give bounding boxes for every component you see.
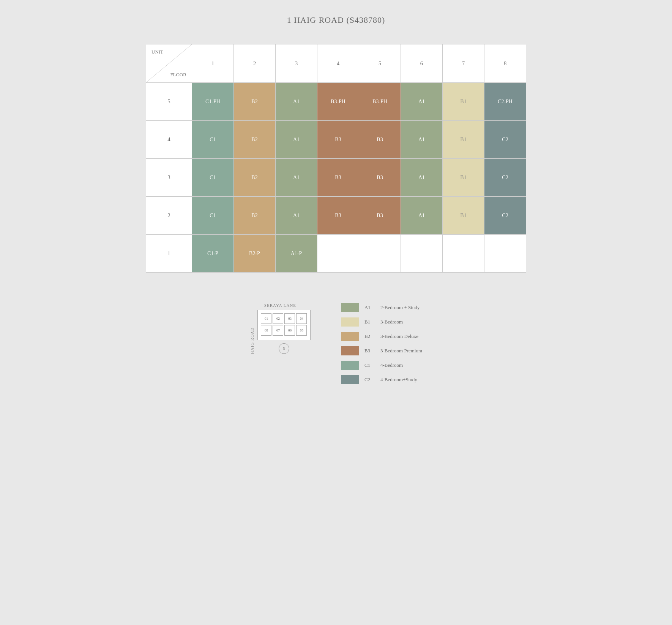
floor-label-5: 5 (146, 83, 192, 121)
unit-floor-header: UNIT FLOOR (146, 44, 192, 83)
legend-color-c2 (341, 375, 359, 384)
legend-color-b2 (341, 332, 359, 341)
cell-floor4-unit8[interactable]: C2 (484, 121, 526, 159)
cell-floor5-unit6[interactable]: A1 (401, 83, 443, 121)
col-header-3: 3 (276, 44, 317, 83)
legend-code-b3: B3 (364, 348, 375, 354)
cell-floor4-unit4[interactable]: B3 (317, 121, 359, 159)
legend-desc-c1: 4-Bedroom (380, 362, 403, 368)
legend-code-b2: B2 (364, 333, 375, 339)
floor-label: FLOOR (170, 72, 186, 78)
site-unit-07: 07 (273, 325, 283, 336)
cell-floor2-unit4[interactable]: B3 (317, 197, 359, 235)
legend-item-b1: B13-Bedroom (341, 317, 422, 327)
cell-floor1-unit3[interactable]: A1-P (276, 235, 317, 273)
cell-floor1-unit4[interactable] (317, 235, 359, 273)
legend-color-a1 (341, 303, 359, 312)
cell-floor1-unit7[interactable] (443, 235, 484, 273)
legend-item-a1: A12-Bedroom + Study (341, 303, 422, 312)
legend-code-c2: C2 (364, 377, 375, 383)
site-unit-08: 08 (261, 325, 271, 336)
cell-floor3-unit7[interactable]: B1 (443, 159, 484, 197)
cell-floor2-unit1[interactable]: C1 (192, 197, 234, 235)
haig-road-label: HAIG ROAD (250, 327, 254, 354)
legend-code-c1: C1 (364, 362, 375, 368)
cell-floor3-unit6[interactable]: A1 (401, 159, 443, 197)
cell-floor2-unit3[interactable]: A1 (276, 197, 317, 235)
cell-floor3-unit4[interactable]: B3 (317, 159, 359, 197)
col-header-6: 6 (401, 44, 443, 83)
cell-floor3-unit8[interactable]: C2 (484, 159, 526, 197)
table-row: 5C1-PHB2A1B3-PHB3-PHA1B1C2-PH (146, 83, 526, 121)
legend-desc-c2: 4-Bedroom+Study (380, 377, 417, 383)
cell-floor5-unit8[interactable]: C2-PH (484, 83, 526, 121)
cell-floor5-unit5[interactable]: B3-PH (359, 83, 401, 121)
cell-floor5-unit2[interactable]: B2 (234, 83, 276, 121)
cell-floor3-unit2[interactable]: B2 (234, 159, 276, 197)
cell-floor2-unit2[interactable]: B2 (234, 197, 276, 235)
compass-circle: N (279, 343, 289, 354)
floor-label-4: 4 (146, 121, 192, 159)
col-header-8: 8 (484, 44, 526, 83)
table-header-row: UNIT FLOOR 1 2 3 4 5 6 7 8 (146, 44, 526, 83)
floor-table: UNIT FLOOR 1 2 3 4 5 6 7 8 5C1-PHB2A1B3-… (146, 44, 526, 273)
col-header-4: 4 (317, 44, 359, 83)
table-row: 1C1-PB2-PA1-P (146, 235, 526, 273)
cell-floor5-unit7[interactable]: B1 (443, 83, 484, 121)
legend-item-c1: C14-Bedroom (341, 361, 422, 370)
legend-desc-b1: 3-Bedroom (380, 319, 403, 325)
floor-label-1: 1 (146, 235, 192, 273)
cell-floor4-unit2[interactable]: B2 (234, 121, 276, 159)
col-header-1: 1 (192, 44, 234, 83)
cell-floor4-unit6[interactable]: A1 (401, 121, 443, 159)
cell-floor2-unit8[interactable]: C2 (484, 197, 526, 235)
cell-floor1-unit5[interactable] (359, 235, 401, 273)
cell-floor5-unit3[interactable]: A1 (276, 83, 317, 121)
cell-floor3-unit5[interactable]: B3 (359, 159, 401, 197)
site-unit-01: 01 (261, 313, 271, 324)
cell-floor4-unit1[interactable]: C1 (192, 121, 234, 159)
floor-label-3: 3 (146, 159, 192, 197)
cell-floor4-unit3[interactable]: A1 (276, 121, 317, 159)
seraya-lane-label: SERAYA LANE (264, 303, 296, 308)
cell-floor2-unit6[interactable]: A1 (401, 197, 443, 235)
legend-item-b3: B33-Bedroom Premium (341, 346, 422, 355)
cell-floor2-unit7[interactable]: B1 (443, 197, 484, 235)
site-row-top: 01 02 03 04 (261, 313, 307, 324)
cell-floor1-unit1[interactable]: C1-P (192, 235, 234, 273)
cell-floor1-unit6[interactable] (401, 235, 443, 273)
cell-floor5-unit4[interactable]: B3-PH (317, 83, 359, 121)
legend-item-c2: C24-Bedroom+Study (341, 375, 422, 384)
floor-label-2: 2 (146, 197, 192, 235)
table-row: 3C1B2A1B3B3A1B1C2 (146, 159, 526, 197)
table-row: 2C1B2A1B3B3A1B1C2 (146, 197, 526, 235)
page-title: 1 HAIG ROAD (S438780) (0, 0, 672, 44)
site-map-container: SERAYA LANE HAIG ROAD 01 02 03 04 08 07 … (250, 303, 311, 354)
cell-floor3-unit3[interactable]: A1 (276, 159, 317, 197)
legend-color-b1 (341, 317, 359, 327)
legend-desc-a1: 2-Bedroom + Study (380, 305, 420, 311)
site-unit-06: 06 (284, 325, 295, 336)
compass: N (257, 343, 311, 354)
col-header-5: 5 (359, 44, 401, 83)
cell-floor5-unit1[interactable]: C1-PH (192, 83, 234, 121)
cell-floor4-unit5[interactable]: B3 (359, 121, 401, 159)
cell-floor2-unit5[interactable]: B3 (359, 197, 401, 235)
site-unit-03: 03 (284, 313, 295, 324)
site-unit-02: 02 (273, 313, 283, 324)
legend-desc-b3: 3-Bedroom Premium (380, 348, 422, 354)
site-plan-box: 01 02 03 04 08 07 06 05 (257, 310, 311, 340)
legend-desc-b2: 3-Bedroom Deluxe (380, 333, 418, 339)
cell-floor4-unit7[interactable]: B1 (443, 121, 484, 159)
legend-color-b3 (341, 346, 359, 355)
legend-color-c1 (341, 361, 359, 370)
site-unit-05: 05 (296, 325, 307, 336)
site-row-bottom: 08 07 06 05 (261, 325, 307, 336)
cell-floor3-unit1[interactable]: C1 (192, 159, 234, 197)
cell-floor1-unit2[interactable]: B2-P (234, 235, 276, 273)
site-unit-04: 04 (296, 313, 307, 324)
legend-code-a1: A1 (364, 305, 375, 311)
cell-floor1-unit8[interactable] (484, 235, 526, 273)
legend-item-b2: B23-Bedroom Deluxe (341, 332, 422, 341)
bottom-section: SERAYA LANE HAIG ROAD 01 02 03 04 08 07 … (0, 273, 672, 384)
